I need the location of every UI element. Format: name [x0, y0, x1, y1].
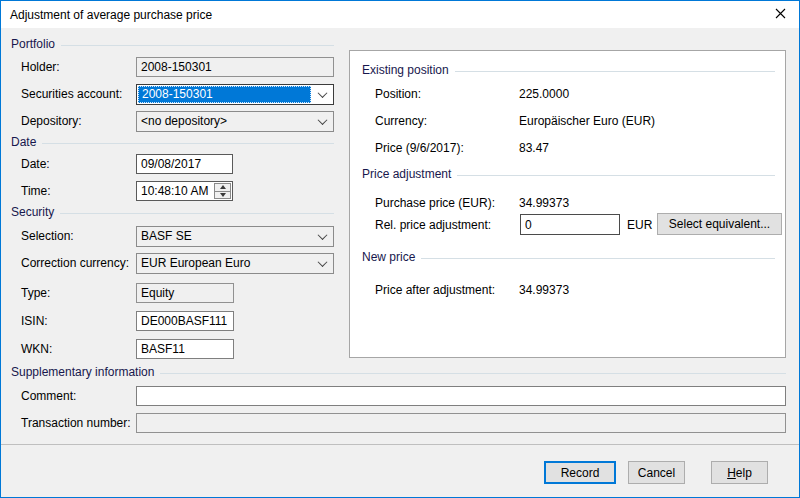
securities-account-label: Securities account: — [21, 84, 122, 105]
select-equivalent-button-label: Select equivalent... — [669, 217, 770, 231]
price-after-adjustment-label: Price after adjustment: — [375, 282, 495, 298]
rel-price-adjustment-unit: EUR — [627, 217, 652, 233]
group-new-price-label: New price — [362, 250, 421, 264]
date-label: Date: — [21, 154, 50, 174]
securities-account-selected-value: 2008-150301 — [138, 86, 311, 103]
purchase-price-value: 34.99373 — [519, 195, 569, 211]
isin-label: ISIN: — [21, 311, 48, 331]
depository-combobox[interactable]: <no depository> — [136, 111, 334, 132]
price-value: 83.47 — [519, 140, 549, 156]
time-value: 10:48:10 AM — [141, 184, 208, 198]
group-portfolio: Portfolio — [11, 37, 334, 51]
wkn-label: WKN: — [21, 339, 52, 359]
button-row-separator — [1, 444, 799, 445]
depository-selected-value: <no depository> — [141, 112, 311, 131]
time-spinner — [214, 183, 231, 199]
holder-field: 2008-150301 — [136, 57, 334, 77]
group-supplementary-information-label: Supplementary information — [11, 365, 160, 379]
dialog-title: Adjustment of average purchase price — [1, 8, 212, 22]
triangle-up-icon — [220, 185, 226, 189]
currency-value: Europäischer Euro (EUR) — [519, 113, 655, 129]
group-price-adjustment-label: Price adjustment — [362, 167, 457, 181]
correction-currency-label: Correction currency: — [21, 253, 129, 274]
selection-label: Selection: — [21, 226, 74, 247]
price-after-adjustment-value: 34.99373 — [519, 282, 569, 298]
comment-label: Comment: — [21, 386, 76, 406]
type-label: Type: — [21, 283, 50, 303]
type-field: Equity — [136, 283, 234, 303]
price-label: Price (9/6/2017): — [375, 140, 464, 156]
time-label: Time: — [21, 181, 51, 201]
group-line — [160, 373, 786, 374]
rel-price-adjustment-input[interactable] — [520, 214, 620, 235]
group-price-adjustment: Price adjustment — [362, 167, 775, 181]
spinner-down-button[interactable] — [215, 192, 230, 199]
comment-input[interactable] — [136, 386, 786, 406]
group-supplementary-information: Supplementary information — [11, 365, 786, 379]
triangle-down-icon — [220, 193, 226, 197]
group-line — [455, 71, 775, 72]
group-security-label: Security — [11, 205, 60, 219]
chevron-down-icon[interactable] — [311, 227, 333, 246]
group-date: Date — [11, 135, 334, 149]
time-field[interactable]: 10:48:10 AM — [136, 181, 233, 201]
spinner-up-button[interactable] — [215, 184, 230, 192]
group-line — [457, 175, 775, 176]
group-existing-position: Existing position — [362, 63, 775, 77]
correction-currency-selected-value: EUR European Euro — [141, 254, 311, 273]
cancel-button-label: Cancel — [638, 466, 675, 480]
holder-label: Holder: — [21, 57, 60, 77]
chevron-down-icon[interactable] — [311, 112, 333, 131]
dialog-adjustment-of-average-purchase-price: Adjustment of average purchase price Por… — [0, 0, 800, 498]
group-line — [42, 143, 334, 144]
rel-price-adjustment-label: Rel. price adjustment: — [375, 217, 491, 233]
group-existing-position-label: Existing position — [362, 63, 455, 77]
group-line — [421, 258, 775, 259]
wkn-field[interactable]: BASF11 — [136, 339, 234, 359]
purchase-price-label: Purchase price (EUR): — [375, 195, 495, 211]
group-date-label: Date — [11, 135, 42, 149]
title-bar: Adjustment of average purchase price — [1, 1, 799, 28]
cancel-button[interactable]: Cancel — [628, 461, 685, 484]
select-equivalent-button[interactable]: Select equivalent... — [657, 213, 782, 235]
position-value: 225.0000 — [519, 86, 569, 102]
record-button[interactable]: Record — [544, 461, 616, 484]
correction-currency-combobox[interactable]: EUR European Euro — [136, 253, 334, 274]
group-line — [61, 45, 334, 46]
chevron-down-icon[interactable] — [311, 85, 333, 104]
selection-combobox[interactable]: BASF SE — [136, 226, 334, 247]
group-new-price: New price — [362, 250, 775, 264]
securities-account-combobox[interactable]: 2008-150301 — [136, 84, 334, 105]
chevron-down-icon[interactable] — [311, 254, 333, 273]
record-button-label: Record — [561, 466, 600, 480]
group-security: Security — [11, 205, 334, 219]
currency-label: Currency: — [375, 113, 427, 129]
position-label: Position: — [375, 86, 421, 102]
close-button[interactable] — [761, 1, 799, 28]
depository-label: Depository: — [21, 111, 82, 132]
date-field[interactable]: 09/08/2017 — [136, 154, 233, 174]
close-icon — [775, 8, 786, 22]
position-panel: Existing position Position: 225.0000 Cur… — [349, 50, 786, 358]
transaction-number-field — [136, 413, 786, 433]
selection-selected-value: BASF SE — [141, 227, 311, 246]
help-button-label: Help — [727, 466, 752, 480]
isin-field[interactable]: DE000BASF111 — [136, 311, 234, 331]
transaction-number-label: Transaction number: — [21, 413, 131, 433]
group-line — [60, 213, 334, 214]
group-portfolio-label: Portfolio — [11, 37, 61, 51]
help-button[interactable]: Help — [711, 461, 768, 484]
